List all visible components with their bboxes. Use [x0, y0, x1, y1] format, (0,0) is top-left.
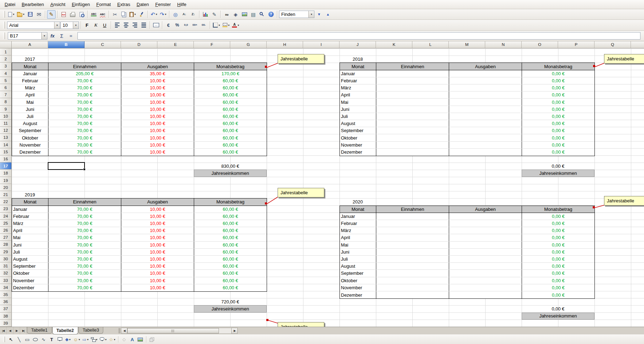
- cell-monat[interactable]: August: [340, 263, 376, 269]
- note-jahrestabelle[interactable]: Jahrestabelle: [604, 54, 644, 64]
- cell-monat[interactable]: Oktober: [340, 134, 376, 141]
- undo-button[interactable]: ↶▾: [150, 10, 158, 19]
- toolbar-grip-icon[interactable]: [3, 22, 5, 29]
- column-header-einnahmen[interactable]: Einnahmen: [48, 63, 121, 70]
- merge-cells-button[interactable]: [152, 21, 160, 29]
- column-header-monatsbetrag[interactable]: Monatsbetrag: [522, 63, 594, 70]
- cell-monatsbetrag[interactable]: 60,00 €: [194, 234, 267, 241]
- cell-monat[interactable]: Dezember: [340, 291, 376, 298]
- cell-monatsbetrag[interactable]: 0,00 €: [522, 256, 594, 262]
- row-header-16[interactable]: 16: [0, 155, 12, 162]
- font-name-dropdown-icon[interactable]: ▾: [54, 22, 60, 29]
- export-as-pdf-button[interactable]: [59, 10, 68, 19]
- underline-button[interactable]: U: [100, 21, 109, 29]
- column-header-monat[interactable]: Monat: [12, 63, 48, 70]
- horizontal-scrollbar[interactable]: ◀ ▶: [121, 328, 238, 334]
- cell-ausgaben[interactable]: 10,00 €: [121, 227, 194, 234]
- cell-monat[interactable]: Mai: [12, 99, 48, 105]
- callout-button[interactable]: [56, 336, 64, 343]
- cell-einnahmen[interactable]: 70,00 €: [48, 134, 121, 141]
- row-header-31[interactable]: 31: [0, 262, 12, 269]
- cell-monatsbetrag[interactable]: 0,00 €: [522, 291, 594, 298]
- cell-einnahmen[interactable]: [376, 291, 449, 298]
- dropdown-arrow-icon[interactable]: ▾: [23, 13, 24, 16]
- cell-ausgaben[interactable]: 10,00 €: [121, 106, 194, 113]
- cell-ausgaben[interactable]: [449, 220, 522, 227]
- cell-einnahmen[interactable]: [376, 113, 449, 120]
- cell-monatsbetrag[interactable]: 0,00 €: [522, 70, 594, 77]
- cell-monat[interactable]: August: [12, 120, 48, 127]
- total-label-2017[interactable]: Jahreseinkommen: [194, 170, 267, 177]
- row-header-33[interactable]: 33: [0, 277, 12, 284]
- copy-button[interactable]: [120, 10, 128, 19]
- dropdown-arrow-icon[interactable]: ▾: [79, 338, 80, 341]
- cell-einnahmen[interactable]: [376, 77, 449, 84]
- row-header-8[interactable]: 8: [0, 98, 12, 105]
- cell-monatsbetrag[interactable]: 0,00 €: [522, 99, 594, 105]
- cell-monat[interactable]: März: [340, 227, 376, 234]
- scroll-right-button[interactable]: ▶: [231, 328, 238, 334]
- paste-button[interactable]: ▾: [128, 10, 137, 19]
- cell-ausgaben[interactable]: [449, 113, 522, 120]
- tab-splitter[interactable]: [118, 328, 120, 333]
- font-size-combo[interactable]: 10▾: [60, 22, 79, 29]
- cell-monatsbetrag[interactable]: 60,00 €: [194, 77, 267, 84]
- cell-monatsbetrag[interactable]: 0,00 €: [522, 91, 594, 98]
- note-jahrestabelle[interactable]: Jahrestabelle: [278, 54, 324, 64]
- column-header-monatsbetrag[interactable]: Monatsbetrag: [194, 63, 267, 70]
- column-header-i[interactable]: I: [303, 41, 340, 48]
- cell-monat[interactable]: Juni: [12, 106, 48, 113]
- cell-monatsbetrag[interactable]: 60,00 €: [194, 113, 267, 120]
- cell-monatsbetrag[interactable]: 60,00 €: [194, 206, 267, 213]
- cell-monatsbetrag[interactable]: 0,00 €: [522, 263, 594, 269]
- cell-ausgaben[interactable]: [449, 227, 522, 234]
- cell-einnahmen[interactable]: 70,00 €: [48, 220, 121, 227]
- total-2017[interactable]: 830,00 €: [194, 162, 267, 170]
- cell-monat[interactable]: März: [340, 84, 376, 91]
- cell-monatsbetrag[interactable]: 60,00 €: [194, 242, 267, 248]
- spellcheck-button[interactable]: ABC: [89, 10, 98, 19]
- cell-monatsbetrag[interactable]: 0,00 €: [522, 284, 594, 291]
- total-label-2020[interactable]: Jahreseinkommen: [522, 313, 594, 320]
- cell-monat[interactable]: Oktober: [340, 277, 376, 284]
- sort-descending-button[interactable]: Z↓: [189, 10, 197, 19]
- auto-spellcheck-button[interactable]: ABC: [98, 10, 107, 19]
- row-header-9[interactable]: 9: [0, 106, 12, 113]
- cell-monatsbetrag[interactable]: 60,00 €: [194, 277, 267, 284]
- cell-monat[interactable]: Februar: [12, 77, 48, 84]
- cell-ausgaben[interactable]: [449, 284, 522, 291]
- cell-einnahmen[interactable]: [376, 220, 449, 227]
- help-button[interactable]: ?: [267, 10, 275, 19]
- cell-ausgaben[interactable]: [449, 91, 522, 98]
- cell-einnahmen[interactable]: 70,00 €: [48, 99, 121, 105]
- row-header-6[interactable]: 6: [0, 84, 12, 91]
- cell-ausgaben[interactable]: [449, 149, 522, 156]
- cut-button[interactable]: ✂: [111, 10, 119, 19]
- sort-ascending-button[interactable]: A↓: [180, 10, 188, 19]
- row-header-7[interactable]: 7: [0, 91, 12, 98]
- cell-ausgaben[interactable]: [449, 70, 522, 77]
- cell-einnahmen[interactable]: 70,00 €: [48, 120, 121, 127]
- cell-ausgaben[interactable]: [449, 291, 522, 298]
- column-header-b[interactable]: B: [48, 41, 85, 48]
- cell-monatsbetrag[interactable]: 0,00 €: [522, 277, 594, 284]
- find-next-button[interactable]: ▼: [315, 10, 323, 19]
- sheet-grid[interactable]: 2017MonatEinnahmenAusgabenMonatsbetragJa…: [12, 48, 644, 327]
- block-arrows-button[interactable]: ⇨▾: [81, 336, 89, 343]
- save-button[interactable]: [26, 10, 34, 19]
- cell-einnahmen[interactable]: 70,00 €: [48, 213, 121, 220]
- column-header-n[interactable]: N: [485, 41, 522, 48]
- toolbar-grip-icon[interactable]: [3, 11, 5, 18]
- bold-button[interactable]: F: [83, 21, 91, 29]
- select-button[interactable]: ↖: [7, 336, 15, 343]
- menu-item-extras[interactable]: Extras: [114, 1, 133, 8]
- cell-einnahmen[interactable]: [376, 242, 449, 248]
- cell-monat[interactable]: April: [340, 91, 376, 98]
- cell-einnahmen[interactable]: [376, 249, 449, 255]
- font-color-button[interactable]: A▾: [231, 21, 240, 29]
- cell-ausgaben[interactable]: 10,00 €: [121, 149, 194, 156]
- cell-ausgaben[interactable]: [449, 277, 522, 284]
- cell-monatsbetrag[interactable]: 60,00 €: [194, 227, 267, 234]
- row-header-39[interactable]: 39: [0, 320, 12, 327]
- cell-monat[interactable]: Juli: [12, 249, 48, 255]
